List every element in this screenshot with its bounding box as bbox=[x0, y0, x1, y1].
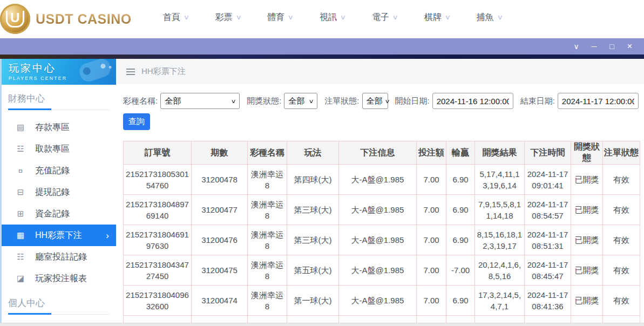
table-cell: 第五球(大) bbox=[287, 255, 339, 286]
column-header: 訂單號 bbox=[124, 141, 192, 165]
sidebar-item-recharge-records[interactable]: ¤充值記錄 bbox=[2, 160, 116, 181]
table-cell: 20,12,4,1,6,8,5,16 bbox=[475, 255, 525, 286]
nav-item-video[interactable]: 視訊∨ bbox=[320, 12, 345, 23]
table-cell: 5,17,4,11,13,19,6,14 bbox=[475, 165, 525, 195]
table-cell: 6.90 bbox=[446, 286, 475, 316]
nav-item-label: 棋牌 bbox=[424, 12, 442, 23]
start-date-input[interactable] bbox=[432, 93, 513, 109]
nav-item-label: 首頁 bbox=[163, 12, 180, 23]
lottery-name-select[interactable]: 全部 ∨ bbox=[160, 93, 240, 109]
nav-item-label: 彩票 bbox=[215, 12, 233, 23]
column-header: 注單狀態 bbox=[603, 141, 640, 165]
query-button[interactable]: 查詢 bbox=[123, 113, 150, 130]
table-cell: 已開獎 bbox=[571, 255, 603, 286]
table-cell: 澳洲幸运8 bbox=[248, 195, 287, 225]
table-cell: 澳洲幸运8 bbox=[248, 225, 287, 255]
money-bag-icon: ¤ bbox=[15, 166, 26, 175]
column-header: 彩種名稱 bbox=[248, 141, 287, 165]
start-date-label: 開始日期: bbox=[395, 96, 430, 106]
table-cell: 大-A盤@1.985 bbox=[339, 286, 417, 316]
sidebar-section-underline bbox=[8, 108, 110, 110]
table-cell: -7.00 bbox=[446, 255, 475, 286]
brand-logo[interactable]: U USDT CASINO bbox=[2, 4, 132, 34]
list-icon: ☷ bbox=[15, 252, 26, 262]
column-header: 開獎狀態 bbox=[571, 141, 603, 165]
column-header: 投注額 bbox=[417, 141, 446, 165]
table-cell: 大-A盤@1.985 bbox=[339, 195, 417, 225]
sidebar-item-label: 廳室投註記錄 bbox=[35, 252, 87, 263]
sidebar-item-label: 玩家投注報表 bbox=[35, 273, 87, 284]
close-icon: × bbox=[627, 41, 633, 51]
table-cell: 7.00 bbox=[417, 225, 446, 255]
table-cell: 已開獎 bbox=[571, 165, 603, 195]
table-cell: 2024-11-17 09:01:41 bbox=[525, 165, 571, 195]
maximize-button[interactable]: □ bbox=[603, 38, 621, 55]
order-status-select[interactable]: 全部 ∨ bbox=[362, 93, 388, 109]
window-divider bbox=[0, 55, 644, 59]
table-cell: 6.90 bbox=[446, 195, 475, 225]
close-button[interactable]: × bbox=[621, 38, 639, 55]
content-area: HH彩票下注 彩種名稱: 全部 ∨ 開獎狀態: 全部 ∨ bbox=[116, 59, 644, 326]
table-cell: 2152173180434727450 bbox=[124, 255, 192, 286]
table-cell: 澳洲幸运8 bbox=[248, 165, 287, 195]
players-center-header: 玩家中心 PLAYERS CENTER bbox=[2, 59, 116, 85]
lottery-name-label: 彩種名稱: bbox=[123, 96, 158, 106]
nav-item-cards[interactable]: 棋牌∨ bbox=[424, 12, 450, 23]
table-cell: 有效 bbox=[603, 195, 640, 225]
table-cell: 7.00 bbox=[417, 286, 446, 316]
sidebar-item-withdraw-zone[interactable]: ☳取款專區 bbox=[2, 138, 116, 160]
chevron-down-icon: ∨ bbox=[573, 42, 579, 51]
table-cell: 第一球(大) bbox=[287, 286, 339, 316]
sidebar-item-label: 提現記錄 bbox=[35, 187, 70, 198]
sidebar-item-deposit-zone[interactable]: ▤存款專區 bbox=[2, 117, 116, 138]
wallet-icon: ⊟ bbox=[15, 187, 26, 197]
horizontal-scrollbar[interactable] bbox=[0, 323, 644, 326]
table-cell: 2152173180469197630 bbox=[124, 225, 192, 255]
collapse-button[interactable]: ∨ bbox=[567, 38, 585, 55]
table-cell: 2152173180530154760 bbox=[124, 165, 192, 195]
nav-item-label: 捕魚 bbox=[477, 12, 494, 23]
nav-item-fishing[interactable]: 捕魚∨ bbox=[477, 12, 503, 23]
minimize-button[interactable]: ─ bbox=[585, 38, 603, 55]
table-cell: 有效 bbox=[603, 165, 640, 195]
nav-item-label: 電子 bbox=[372, 12, 389, 23]
draw-status-select[interactable]: 全部 ∨ bbox=[284, 93, 317, 109]
sidebar-item-withdrawal-records[interactable]: ⊟提現記錄 bbox=[2, 181, 116, 203]
nav-item-slots[interactable]: 電子∨ bbox=[372, 12, 398, 23]
table-cell: 大-A盤@1.985 bbox=[339, 225, 417, 255]
order-status-value: 全部 bbox=[367, 96, 383, 106]
chevron-down-icon: ∨ bbox=[392, 13, 398, 21]
table-cell: 2024-11-17 08:41:36 bbox=[525, 286, 571, 316]
chevron-down-icon: ∨ bbox=[384, 98, 390, 104]
coins-icon: ⊞ bbox=[15, 209, 26, 219]
records-panel: 彩種名稱: 全部 ∨ 開獎狀態: 全部 ∨ 注單狀態: 全 bbox=[116, 84, 644, 326]
sidebar-item-funds-records[interactable]: ⊞資金記錄 bbox=[2, 203, 116, 225]
chevron-right-icon: › bbox=[106, 231, 109, 240]
sidebar-item-label: 充值記錄 bbox=[35, 165, 70, 176]
chevron-down-icon: ∨ bbox=[288, 13, 294, 21]
table-row: 215217318048976914031200477澳洲幸运8第三球(大)大-… bbox=[124, 195, 640, 225]
sidebar-item-label: 存款專區 bbox=[35, 122, 70, 133]
sidebar-item-hh-lottery-bets[interactable]: ▦HH彩票下注› bbox=[2, 225, 116, 246]
table-cell: 31200477 bbox=[192, 195, 248, 225]
minimize-icon: ─ bbox=[592, 42, 597, 51]
nav-item-home[interactable]: 首頁∨ bbox=[163, 12, 189, 23]
table-row: 215217318046919763031200476澳洲幸运8第三球(大)大-… bbox=[124, 225, 640, 255]
sidebar-section-underline bbox=[8, 313, 110, 315]
hamburger-icon[interactable] bbox=[126, 71, 135, 72]
nav-item-sports[interactable]: 體育∨ bbox=[267, 12, 293, 23]
chevron-down-icon: ∨ bbox=[231, 98, 236, 104]
table-cell: 7.00 bbox=[417, 195, 446, 225]
table-cell: 31200478 bbox=[192, 165, 248, 195]
page-title: HH彩票下注 bbox=[141, 66, 186, 77]
nav-item-lottery[interactable]: 彩票∨ bbox=[215, 12, 241, 23]
end-date-input[interactable] bbox=[558, 93, 639, 109]
table-cell: 澳洲幸运8 bbox=[248, 255, 287, 286]
table-cell: 6.90 bbox=[446, 225, 475, 255]
sidebar-menu: 財務中心▤存款專區☳取款專區¤充值記錄⊟提現記錄⊞資金記錄▦HH彩票下注›☷廳室… bbox=[2, 92, 116, 326]
coin-monogram: U bbox=[6, 11, 24, 28]
table-cell: 已開獎 bbox=[571, 195, 603, 225]
bet-records-table: 訂單號期數彩種名稱玩法下注信息投注額輸贏開獎結果下注時間開獎狀態注單狀態 215… bbox=[123, 141, 640, 326]
sidebar-item-room-bet-records[interactable]: ☷廳室投註記錄 bbox=[2, 246, 116, 268]
sidebar-item-player-bet-report[interactable]: ◪玩家投注報表 bbox=[2, 268, 116, 289]
